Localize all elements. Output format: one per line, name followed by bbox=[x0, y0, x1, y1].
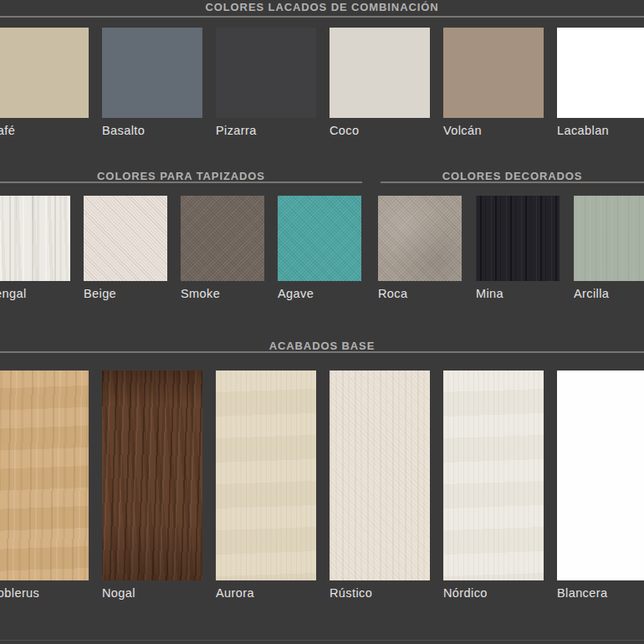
swatch-tile-rustico bbox=[330, 371, 430, 580]
swatch-basalto: Basalto bbox=[102, 28, 202, 137]
swatch-label-coco: Coco bbox=[330, 124, 430, 137]
swatch-label-rustico: Rústico bbox=[330, 586, 430, 600]
swatch-rustico: Rústico bbox=[330, 371, 430, 600]
swatch-label-beige: Beige bbox=[84, 287, 167, 300]
swatch-arcilla: Arcilla bbox=[574, 196, 644, 300]
swatch-tile-coco bbox=[330, 28, 430, 118]
catalog-page: COLORES LACADOS DE COMBINACIÓN Café Basa… bbox=[0, 0, 644, 644]
swatch-tile-agave bbox=[278, 196, 361, 281]
swatch-aurora: Aurora bbox=[216, 371, 316, 600]
bottom-divider bbox=[0, 640, 644, 641]
divider-lacados bbox=[0, 16, 644, 18]
swatch-label-pizarra: Pizarra bbox=[216, 124, 316, 137]
swatch-tile-cafe bbox=[0, 28, 89, 118]
swatch-label-roca: Roca bbox=[378, 287, 462, 300]
swatch-pizarra: Pizarra bbox=[216, 28, 316, 137]
swatch-tile-basalto bbox=[102, 28, 202, 118]
divider-tapizados bbox=[0, 181, 362, 183]
swatch-label-volcan: Volcán bbox=[443, 124, 544, 137]
swatch-tile-roca bbox=[378, 196, 462, 281]
divider-acabados bbox=[0, 351, 644, 353]
divider-decorados bbox=[381, 181, 644, 183]
swatch-row-tapizados: Bengal Beige Smoke Agave bbox=[0, 196, 361, 300]
swatch-tile-nordico bbox=[443, 371, 544, 580]
swatch-tile-arcilla bbox=[574, 196, 644, 281]
swatch-label-cafe: Café bbox=[0, 124, 89, 137]
swatch-cafe: Café bbox=[0, 28, 89, 137]
swatch-bengal: Bengal bbox=[0, 196, 70, 300]
swatch-roblerus: Roblerus bbox=[0, 371, 89, 600]
swatch-tile-nogal bbox=[102, 371, 202, 580]
swatch-tile-beige bbox=[84, 196, 167, 281]
swatch-tile-bengal bbox=[0, 196, 70, 281]
swatch-label-arcilla: Arcilla bbox=[574, 287, 644, 300]
swatch-label-smoke: Smoke bbox=[181, 287, 264, 300]
swatch-roca: Roca bbox=[378, 196, 462, 300]
swatch-tile-pizarra bbox=[216, 28, 316, 118]
swatch-row-decorados: Roca Mina Arcilla bbox=[378, 196, 644, 300]
swatch-nogal: Nogal bbox=[102, 371, 202, 600]
swatch-beige: Beige bbox=[84, 196, 167, 300]
swatch-tile-lacablan bbox=[557, 28, 644, 118]
swatch-nordico: Nórdico bbox=[443, 371, 544, 600]
swatch-row-lacados: Café Basalto Pizarra Coco Volcán Lacabla… bbox=[0, 28, 644, 137]
swatch-coco: Coco bbox=[330, 28, 430, 137]
swatch-tile-aurora bbox=[216, 371, 316, 580]
swatch-tile-smoke bbox=[181, 196, 264, 281]
section-title-lacados: COLORES LACADOS DE COMBINACIÓN bbox=[0, 1, 644, 13]
swatch-label-agave: Agave bbox=[278, 287, 361, 300]
swatch-tile-blancera bbox=[557, 371, 644, 580]
swatch-volcan: Volcán bbox=[443, 28, 544, 137]
swatch-tile-mina bbox=[476, 196, 560, 281]
swatch-label-blancera: Blancera bbox=[557, 586, 644, 600]
swatch-smoke: Smoke bbox=[181, 196, 264, 300]
section-title-decorados: COLORES DECORADOS bbox=[381, 170, 644, 182]
swatch-label-nogal: Nogal bbox=[102, 586, 202, 600]
swatch-label-bengal: Bengal bbox=[0, 287, 70, 300]
section-title-tapizados: COLORES PARA TAPIZADOS bbox=[0, 170, 362, 182]
swatch-label-basalto: Basalto bbox=[102, 124, 202, 137]
swatch-label-mina: Mina bbox=[476, 287, 560, 300]
swatch-tile-volcan bbox=[443, 28, 544, 118]
swatch-label-nordico: Nórdico bbox=[443, 586, 544, 600]
swatch-row-acabados: Roblerus Nogal Aurora Rústico Nórdico Bl… bbox=[0, 371, 644, 600]
swatch-agave: Agave bbox=[278, 196, 361, 300]
swatch-label-aurora: Aurora bbox=[216, 586, 316, 600]
swatch-label-lacablan: Lacablan bbox=[557, 124, 644, 137]
swatch-label-roblerus: Roblerus bbox=[0, 586, 89, 600]
swatch-tile-roblerus bbox=[0, 371, 89, 580]
swatch-blancera: Blancera bbox=[557, 371, 644, 600]
swatch-lacablan: Lacablan bbox=[557, 28, 644, 137]
section-title-acabados: ACABADOS BASE bbox=[0, 340, 644, 352]
swatch-mina: Mina bbox=[476, 196, 560, 300]
